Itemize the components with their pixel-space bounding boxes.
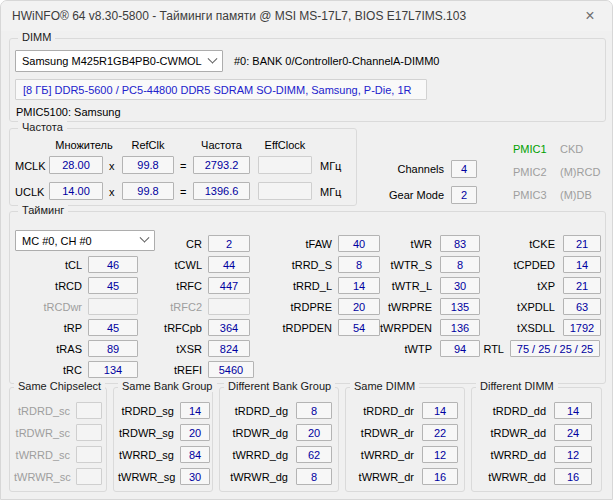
tRDRD_dr-label: tRDRD_dr (354, 405, 414, 417)
tWRRD_dg-label: tWRRD_dg (228, 449, 288, 461)
pmic2-name: PMIC2 (513, 166, 553, 178)
tRDRD_dr-value: 14 (422, 402, 458, 419)
tRDWR_sg-value: 20 (180, 424, 210, 441)
gear-mode-value: 2 (451, 186, 477, 204)
timing-tWTP-label: tWTP (352, 343, 432, 355)
timing-tRCDwr-label: tRCDwr (16, 301, 82, 313)
mclk-equals-sign: = (180, 160, 186, 172)
title-bar[interactable]: HWiNFO® 64 v8.30-5800 - Тайминги памяти … (1, 1, 612, 31)
pmic2-device: (M)RCD (560, 166, 600, 178)
tWRWR_dg-label: tWRWR_dg (228, 471, 288, 483)
mclk-mult-sign: x (109, 160, 115, 172)
same-bank-group-label: Same Bank Group (118, 380, 217, 392)
timing-tRFC2-label: tRFC2 (150, 301, 202, 313)
timing-RTL-value: 75 / 25 / 25 / 25 (510, 340, 600, 357)
timing-tCPDED-label: tCPDED (482, 259, 555, 271)
timing-tRRD_L-label: tRRD_L (254, 280, 332, 292)
timing-tCWL-value: 44 (208, 256, 250, 273)
same-chipselect-group-label: Same Chipselect (14, 380, 105, 392)
timing-tWTR_L-label: tWTR_L (352, 280, 432, 292)
dimm-group-label: DIMM (18, 31, 55, 43)
hwinfo-memory-timings-window: HWiNFO® 64 v8.30-5800 - Тайминги памяти … (0, 0, 613, 500)
different-bank-group-rows: tRDRD_dg8 tRDWR_dg20 tWRRD_dg62 tWRWR_dg… (228, 402, 332, 490)
tRDWR_dd-value: 24 (554, 424, 592, 441)
tRDWR_dg-value: 20 (296, 424, 332, 441)
uclk-unit-label: МГц (320, 186, 341, 198)
tWRRD_dr-label: tWRRD_dr (354, 449, 414, 461)
same-dimm-group-label: Same DIMM (350, 380, 419, 392)
timing-tRC-label: tRC (16, 364, 82, 376)
pmic-info-label: PMIC5100: Samsung (16, 106, 121, 118)
timing-CR-value: 2 (208, 235, 250, 252)
timing-tXPDLL-label: tXPDLL (482, 301, 555, 313)
timing-tWTR_S-value: 8 (440, 256, 480, 273)
tWRWR_sc-value (76, 468, 102, 485)
same-chipselect-group: Same Chipselect tRDRD_sc tRDWR_sc tWRRD_… (9, 387, 107, 492)
uclk-multiplier-value: 14.00 (49, 182, 103, 200)
timing-tXP-label: tXP (482, 280, 555, 292)
timing-group: Тайминг MC #0, CH #0 tCL46 tRCD45 tRCDwr… (9, 211, 606, 384)
mclk-label: MCLK (15, 160, 46, 172)
pmic1-device: CKD (560, 143, 583, 155)
timing-tRC-value: 134 (88, 361, 138, 378)
timing-tCPDED-value: 14 (563, 256, 601, 273)
timing-tRCD-value: 45 (88, 277, 138, 294)
tWRRD_dd-label: tWRRD_dd (482, 449, 546, 461)
timing-tRDPDEN-label: tRDPDEN (254, 322, 332, 334)
close-icon[interactable]: × (576, 3, 604, 29)
uclk-effclock-value (258, 182, 312, 200)
pmic3-name: PMIC3 (513, 189, 553, 201)
header-effclock: EffClock (258, 139, 312, 151)
window-title: HWiNFO® 64 v8.30-5800 - Тайминги памяти … (12, 9, 466, 23)
header-frequency: Частота (193, 139, 250, 151)
gear-mode-label: Gear Mode (386, 189, 444, 201)
mclk-effclock-value (258, 156, 312, 174)
dimm-selector[interactable]: Samsung M425R1GB4PB0-CWMOL (15, 50, 223, 72)
timing-rtl-row: RTL75 / 25 / 25 / 25 (480, 340, 600, 361)
tRDWR_dg-label: tRDWR_dg (228, 427, 288, 439)
different-dimm-group-label: Different DIMM (476, 380, 558, 392)
timing-tRAS-value: 89 (88, 340, 138, 357)
timing-tRDPRE-label: tRDPRE (254, 301, 332, 313)
uclk-mult-sign: x (109, 186, 115, 198)
dimm-selector-value: Samsung M425R1GB4PB0-CWMOL (22, 55, 203, 67)
tRDWR_sg-label: tRDWR_sg (118, 427, 174, 439)
tWRWR_dg-value: 8 (296, 468, 332, 485)
timing-tRRD_S-label: tRRD_S (254, 259, 332, 271)
dimm-slot-label: #0: BANK 0/Controller0-ChannelA-DIMM0 (234, 55, 439, 67)
frequency-group: Частота Множитель RefClk Частота EffCloc… (9, 128, 357, 206)
timing-tWTR_L-value: 30 (440, 277, 480, 294)
timing-tRFC-value: 447 (208, 277, 250, 294)
timing-tWR-value: 83 (440, 235, 480, 252)
timing-tRCD-label: tRCD (16, 280, 82, 292)
pmic-status-list: PMIC1 CKD PMIC2 (M)RCD PMIC3 (M)DB (513, 137, 600, 206)
mclk-unit-label: МГц (320, 160, 341, 172)
timing-tXSDLL-value: 1792 (563, 319, 601, 336)
timing-channel-selector[interactable]: MC #0, CH #0 (15, 230, 155, 251)
timing-column-d: tWR83 tWTR_S8 tWTR_L30 tWRPRE135 tWRPDEN… (352, 235, 480, 361)
pmic3-device: (M)DB (560, 189, 592, 201)
timing-tCL-label: tCL (16, 259, 82, 271)
different-dimm-group: Different DIMM tRDRD_dd14 tRDWR_dd24 tWR… (471, 387, 602, 492)
tWRRD_sc-label: tWRRD_sc (14, 449, 70, 461)
uclk-refclk-value: 99.8 (122, 182, 174, 200)
dimm-group: DIMM Samsung M425R1GB4PB0-CWMOL #0: BANK… (9, 38, 606, 122)
mclk-multiplier-value: 28.00 (49, 156, 103, 174)
frequency-group-label: Частота (18, 121, 67, 133)
module-info-text: [8 ГБ] DDR5-5600 / PC5-44800 DDR5 SDRAM … (23, 84, 412, 96)
timing-tCWL-label: tCWL (150, 259, 202, 271)
chevron-down-icon (208, 53, 218, 63)
tWRWR_dr-label: tWRWR_dr (354, 471, 414, 483)
timing-column-e: tCKE21 tCPDED14 tXP21 tXPDLL63 tXSDLL179… (482, 235, 601, 340)
timing-tRFC-label: tRFC (150, 280, 202, 292)
timing-tXSR-label: tXSR (150, 343, 202, 355)
timing-tXPDLL-value: 63 (563, 298, 601, 315)
tWRRD_sc-value (76, 446, 102, 463)
timing-group-label: Тайминг (18, 204, 68, 216)
uclk-equals-sign: = (180, 186, 186, 198)
timing-tWRPRE-label: tWRPRE (352, 301, 432, 313)
uclk-label: UCLK (15, 186, 44, 198)
timing-tREFI-value: 5460 (208, 361, 254, 378)
timing-column-b: CR2 tCWL44 tRFC447 tRFC2 tRFCpb364 tXSR8… (150, 235, 254, 382)
tRDWR_dr-value: 22 (422, 424, 458, 441)
